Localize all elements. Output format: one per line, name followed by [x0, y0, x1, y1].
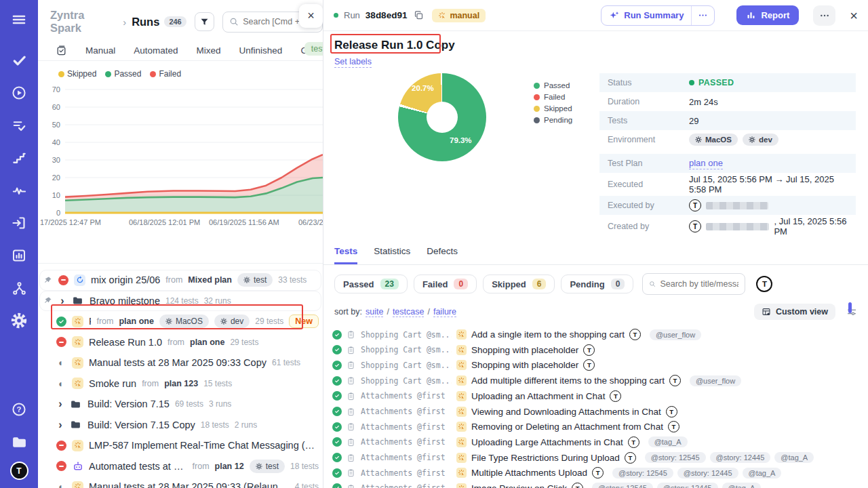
- test-suite-label[interactable]: Attachments @first: [361, 468, 452, 478]
- test-tag[interactable]: @story: 12445: [710, 452, 771, 463]
- env-chip[interactable]: test: [237, 273, 273, 287]
- report-button[interactable]: Report: [736, 5, 799, 25]
- test-tag[interactable]: @user_flow: [650, 329, 701, 340]
- test-suite-label[interactable]: Attachments @first: [361, 453, 452, 462]
- donut-legend-failed[interactable]: Failed: [534, 93, 572, 101]
- test-suite-label[interactable]: Attachments @first: [361, 407, 452, 416]
- tab-tests[interactable]: Tests: [334, 246, 357, 264]
- test-tag[interactable]: @tag_A: [774, 452, 814, 463]
- test-suite-label[interactable]: Shopping Cart @sm...: [361, 345, 452, 354]
- runs-play-icon[interactable]: [5, 80, 33, 106]
- run-row[interactable]: mix origin 25/06 from Mixed plan test 33…: [39, 270, 321, 291]
- legend-passed[interactable]: Passed: [105, 69, 141, 79]
- test-tag[interactable]: @story: 12545: [612, 468, 673, 479]
- run-title[interactable]: Automated tests at 03 Jul 2025 13:25: [89, 461, 187, 472]
- run-row[interactable]: ◐ Smoke run from plan 123 15 tests: [38, 373, 323, 394]
- import-icon[interactable]: [5, 210, 33, 236]
- test-tag[interactable]: @tag_A: [722, 483, 762, 488]
- menu-icon[interactable]: [5, 7, 33, 33]
- test-suite-label[interactable]: Shopping Cart @sm...: [361, 361, 452, 370]
- assignee-avatar[interactable]: T: [583, 344, 595, 356]
- custom-view-button[interactable]: Custom view: [754, 304, 835, 320]
- test-suite-label[interactable]: Attachments @first: [361, 437, 452, 447]
- tab-manual[interactable]: Manual: [85, 45, 115, 56]
- test-title[interactable]: File Type Restrictions During Upload: [471, 453, 620, 463]
- run-plan[interactable]: plan 123: [164, 379, 198, 388]
- scrollbar-thumb[interactable]: [848, 302, 852, 313]
- run-group-row[interactable]: › Bravo milestone 124 tests 32 runs: [39, 291, 321, 312]
- test-title[interactable]: Shopping with placeholder: [471, 360, 578, 370]
- breadcrumb-project[interactable]: Zyntra Spark: [50, 9, 117, 35]
- test-title[interactable]: Uploading an Attachment in Chat: [471, 391, 605, 401]
- projects-folder-icon[interactable]: [5, 429, 33, 455]
- steps-icon[interactable]: [5, 145, 33, 171]
- test-row[interactable]: Attachments @first Viewing and Downloadi…: [332, 404, 868, 420]
- test-title[interactable]: Removing or Deleting an Attachment from …: [471, 422, 663, 432]
- user-avatar[interactable]: T: [10, 462, 28, 480]
- tab-automated[interactable]: Automated: [134, 45, 178, 56]
- run-group-row[interactable]: › Build: Version 7.15 69 tests 3 runs: [38, 394, 323, 415]
- filter-pending[interactable]: Pending0: [561, 274, 633, 293]
- assignee-avatar[interactable]: T: [668, 421, 679, 432]
- run-title[interactable]: LMP-587 Implement Real-Time Chat Messagi…: [89, 440, 319, 451]
- test-tag[interactable]: @story: 12545: [592, 483, 653, 488]
- donut-legend-pending[interactable]: Pending: [534, 116, 572, 124]
- run-title[interactable]: Smoke run: [89, 378, 136, 389]
- run-list-mode-icon[interactable]: [56, 45, 67, 56]
- run-plan[interactable]: plan one: [119, 317, 153, 326]
- run-row[interactable]: Automated tests at 03 Jul 2025 13:25 fro…: [38, 456, 323, 477]
- activity-pulse-icon[interactable]: [5, 178, 33, 203]
- assignee-avatar[interactable]: T: [583, 359, 595, 371]
- assignee-avatar[interactable]: T: [628, 436, 639, 448]
- run-group-row[interactable]: › Build: Version 7.15 Copy 18 tests 2 ru…: [38, 415, 323, 436]
- donut-legend-skipped[interactable]: Skipped: [534, 104, 572, 113]
- env-chip[interactable]: MacOS: [159, 314, 209, 328]
- chevron-right-icon[interactable]: ›: [58, 296, 66, 306]
- run-row[interactable]: Release Run 1.0 from plan one 29 tests: [38, 332, 323, 353]
- run-summary-button[interactable]: Run Summary: [601, 5, 715, 26]
- env-chip[interactable]: test: [250, 460, 285, 473]
- assignee-avatar[interactable]: T: [625, 452, 636, 464]
- chevron-right-icon[interactable]: ›: [56, 399, 64, 409]
- test-suite-label[interactable]: Shopping Cart @sm...: [361, 330, 452, 340]
- close-run-button[interactable]: ×: [850, 9, 858, 22]
- test-title[interactable]: Uploading Large Attachments in Chat: [471, 437, 623, 447]
- chevron-right-icon[interactable]: ›: [56, 420, 64, 430]
- sort-suite-link[interactable]: suite: [366, 307, 383, 317]
- assignee-avatar[interactable]: T: [572, 483, 583, 488]
- assignee-filter-avatar[interactable]: T: [756, 276, 772, 292]
- test-search-input[interactable]: [660, 279, 738, 289]
- tab-statistics[interactable]: Statistics: [374, 246, 410, 264]
- run-title[interactable]: Build: Version 7.15: [87, 399, 170, 409]
- filter-passed[interactable]: Passed23: [334, 274, 408, 293]
- tab-defects[interactable]: Defects: [427, 246, 458, 264]
- assignee-avatar[interactable]: T: [592, 467, 604, 479]
- run-title[interactable]: Release Run 1.0 Copy: [89, 316, 91, 327]
- run-summary-more-button[interactable]: [692, 6, 714, 24]
- assignee-avatar[interactable]: T: [610, 390, 621, 402]
- test-row[interactable]: Shopping Cart @sm... Add a single item t…: [332, 327, 868, 342]
- test-tag[interactable]: @story: 12545: [645, 452, 706, 463]
- filter-skipped[interactable]: Skipped6: [483, 274, 555, 293]
- assignee-avatar[interactable]: T: [666, 406, 677, 418]
- assignee-avatar[interactable]: T: [669, 375, 681, 386]
- run-row[interactable]: ◐ Manual tests at 28 Mar 2025 09:33 (Rel…: [38, 476, 323, 488]
- test-suite-label[interactable]: Attachments @first: [361, 483, 452, 488]
- run-plan[interactable]: plan 12: [215, 462, 244, 471]
- run-plan[interactable]: plan one: [190, 338, 224, 347]
- test-suite-label[interactable]: Attachments @first: [361, 422, 452, 432]
- run-row[interactable]: ◐ Manual tests at 28 Mar 2025 09:33 Copy…: [38, 352, 323, 373]
- set-labels-link[interactable]: Set labels: [334, 57, 372, 68]
- tab-unfinished[interactable]: Unfinished: [239, 45, 283, 56]
- run-title[interactable]: Build: Version 7.15 Copy: [87, 420, 195, 430]
- run-title[interactable]: Manual tests at 28 Mar 2025 09:33 (Relau…: [89, 481, 290, 488]
- copy-run-id-button[interactable]: [414, 10, 424, 20]
- tab-mixed[interactable]: Mixed: [197, 45, 221, 56]
- test-row[interactable]: Shopping Cart @sm... Shopping with place…: [332, 358, 868, 373]
- test-row[interactable]: Shopping Cart @sm... Shopping with place…: [332, 342, 868, 358]
- legend-skipped[interactable]: Skipped: [58, 69, 96, 79]
- run-title[interactable]: Bravo milestone: [90, 296, 160, 306]
- test-tag[interactable]: @story: 12445: [657, 483, 718, 488]
- test-row[interactable]: Attachments @first File Type Restriction…: [332, 450, 868, 466]
- test-title[interactable]: Shopping with placeholder: [471, 345, 578, 355]
